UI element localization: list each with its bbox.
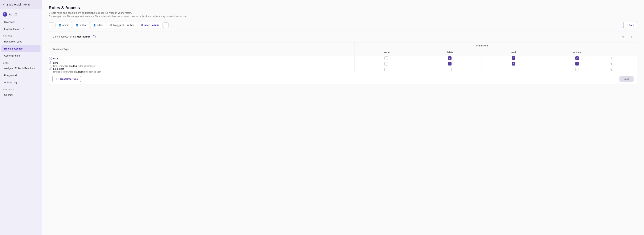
edit-row-btn-2[interactable]: ✎ xyxy=(609,67,614,73)
read-checkbox-row-1[interactable] xyxy=(512,62,515,66)
edit-row-1[interactable]: ✎ xyxy=(609,61,637,67)
resource-name-text: user xyxy=(53,62,58,64)
read-cell-row-2[interactable] xyxy=(482,67,545,73)
update-cell-row-2[interactable] xyxy=(545,67,609,73)
read-checkbox-row-0[interactable] xyxy=(512,56,515,60)
add-resource-label: + Resource Type xyxy=(58,78,78,80)
update-cell-row-1[interactable] xyxy=(545,61,609,67)
table-row: i blog_post for blog_post's where its au… xyxy=(49,67,637,73)
info-icon-row-1[interactable]: i xyxy=(49,61,52,64)
info-icon-row-2[interactable]: i xyxy=(49,67,52,70)
circles-icon-blog-post xyxy=(110,24,112,27)
read-checkbox-row-2[interactable] xyxy=(512,68,515,71)
back-to-main-menu[interactable]: ← Back to Main Menu xyxy=(0,0,42,9)
remove-button[interactable]: ⊖ xyxy=(628,34,633,40)
edit-row-btn-0[interactable]: ✎ xyxy=(609,56,614,61)
card-header-actions: ✎ ⊖ xyxy=(620,34,633,40)
edit-column-header xyxy=(609,43,637,56)
create-cell-row-1[interactable] xyxy=(354,61,418,67)
update-cell-row-0[interactable] xyxy=(545,56,609,61)
delete-cell-row-0[interactable] xyxy=(418,56,482,61)
tab-user-label1: user xyxy=(144,24,150,27)
card-header: Define access for the user admin. i ✎ ⊖ xyxy=(49,32,637,42)
create-cell-row-0[interactable] xyxy=(354,56,418,61)
tab-user-label2: admin xyxy=(152,24,160,27)
sidebar: ← Back to Main Menu AuthZ Overview Explo… xyxy=(0,0,42,235)
tab-blog-post-author[interactable]: blog_post author xyxy=(107,22,137,28)
data-section-label: DATA xyxy=(0,59,42,65)
settings-section-label: SETTINGS xyxy=(0,86,42,91)
sidebar-logo: AuthZ xyxy=(0,9,42,19)
tab-user-admin[interactable]: user admin xyxy=(138,22,162,28)
delete-cell-row-1[interactable] xyxy=(418,61,482,67)
create-checkbox-row-1[interactable] xyxy=(384,62,388,66)
create-cell-row-2[interactable] xyxy=(354,67,418,73)
create-column-header: create xyxy=(354,49,418,56)
create-checkbox-row-0[interactable] xyxy=(384,56,388,60)
resource-type-column-header: Resource Type xyxy=(49,43,354,56)
tab-editor-label: editor xyxy=(97,24,103,27)
resource-desc-text: for user's where its admin is the admin'… xyxy=(53,65,354,67)
card-header-text: Define access for the user admin. i xyxy=(53,35,96,39)
table-footer: + + Resource Type Save xyxy=(49,73,637,85)
person-icon-editor: 👤 xyxy=(93,24,96,27)
page-title: Roles & Access xyxy=(49,5,637,10)
table-row: i user ✎ xyxy=(49,56,637,61)
circles-icon-user-admin xyxy=(141,24,144,27)
sidebar-item-resource-types[interactable]: Resource Types xyxy=(1,38,40,45)
info-icon-row-0[interactable]: i xyxy=(49,57,52,60)
sidebar-item-roles-access[interactable]: Roles & Access xyxy=(1,45,40,52)
delete-checkbox-row-1[interactable] xyxy=(448,62,452,66)
update-checkbox-row-0[interactable] xyxy=(575,56,579,60)
read-cell-row-1[interactable] xyxy=(482,61,545,67)
plus-icon-resource: + xyxy=(56,78,57,80)
tab-author[interactable]: 👤 author xyxy=(73,22,90,28)
edit-row-0[interactable]: ✎ xyxy=(609,56,637,61)
sidebar-logo-text: AuthZ xyxy=(9,13,17,16)
sidebar-item-activity-log[interactable]: Activity Log xyxy=(1,79,40,86)
resource-desc-text: for blog_post's where its author is the … xyxy=(53,71,354,73)
tab-author-label: author xyxy=(80,24,86,27)
resource-name-text: user xyxy=(53,57,58,60)
delete-checkbox-row-2[interactable] xyxy=(448,68,452,71)
read-cell-row-0[interactable] xyxy=(482,56,545,61)
tab-blog-post-label2: author xyxy=(127,24,134,27)
delete-column-header: delete xyxy=(418,49,482,56)
table-row: i user for user's where its admin is the… xyxy=(49,61,637,67)
tabs-nav: ‹ 👤 admin 👤 author 👤 editor xyxy=(49,22,623,28)
tabs-next-arrow[interactable]: › xyxy=(163,23,168,28)
content-card: Define access for the user admin. i ✎ ⊖ … xyxy=(49,31,637,85)
delete-cell-row-2[interactable] xyxy=(418,67,482,73)
sidebar-item-custom-roles[interactable]: Custom Roles xyxy=(1,52,40,59)
page-example: For example: In a file management system… xyxy=(49,15,637,18)
update-checkbox-row-2[interactable] xyxy=(575,68,579,71)
read-column-header: read xyxy=(482,49,545,56)
create-checkbox-row-2[interactable] xyxy=(384,68,388,71)
add-role-button[interactable]: + Role xyxy=(623,22,637,28)
back-arrow-icon: ← xyxy=(3,3,5,6)
update-column-header: update xyxy=(545,49,609,56)
permissions-table: Resource Type Permissions create delete … xyxy=(49,42,637,73)
sidebar-item-assigned-roles[interactable]: Assigned Roles & Relations xyxy=(1,65,40,72)
add-resource-button[interactable]: + + Resource Type xyxy=(52,76,81,82)
sidebar-item-overview[interactable]: Overview xyxy=(1,19,40,25)
edit-row-btn-1[interactable]: ✎ xyxy=(609,62,614,67)
edit-row-2[interactable]: ✎ xyxy=(609,67,637,73)
person-icon-author: 👤 xyxy=(76,24,78,27)
schema-section-label: SCHEMA xyxy=(0,33,42,38)
permissions-group-header: Permissions xyxy=(354,43,609,49)
external-link-icon: ↗ xyxy=(22,28,24,30)
tab-admin[interactable]: 👤 admin xyxy=(56,22,72,28)
edit-button[interactable]: ✎ xyxy=(620,34,626,40)
update-checkbox-row-1[interactable] xyxy=(575,62,579,66)
sidebar-item-playground[interactable]: Playground xyxy=(1,72,40,79)
save-button[interactable]: Save xyxy=(620,76,634,82)
tab-editor[interactable]: 👤 editor xyxy=(90,22,106,28)
tabs-prev-arrow[interactable]: ‹ xyxy=(49,23,54,28)
sidebar-item-general[interactable]: General xyxy=(1,92,40,98)
tab-blog-post-label1: blog_post xyxy=(113,24,124,27)
info-icon-header[interactable]: i xyxy=(92,35,96,38)
sidebar-item-explore-api[interactable]: Explore the API ↗ xyxy=(1,26,40,32)
delete-checkbox-row-0[interactable] xyxy=(448,56,452,60)
table-header-group-row: Resource Type Permissions xyxy=(49,43,637,49)
